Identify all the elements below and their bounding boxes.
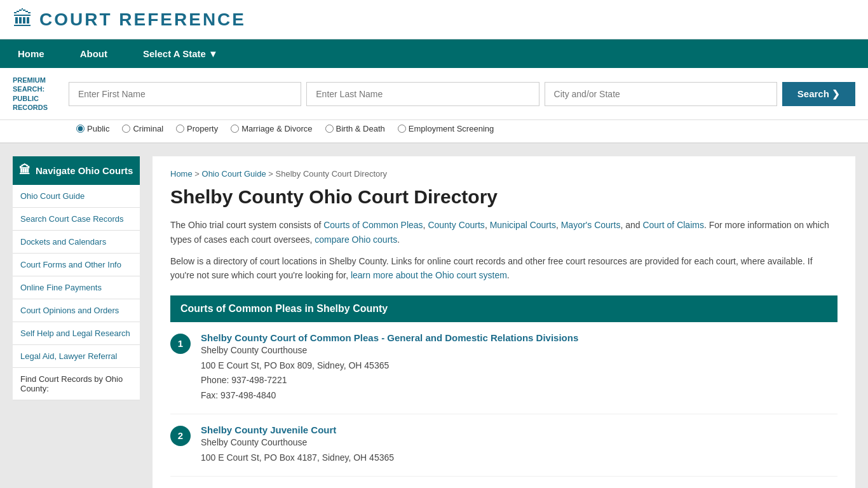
sidebar-item-ohio-court-guide[interactable]: Ohio Court Guide — [13, 185, 140, 208]
nav-select-state[interactable]: Select A State ▼ — [125, 39, 236, 68]
page-title: Shelby County Ohio Court Directory — [170, 186, 837, 208]
link-common-pleas[interactable]: Courts of Common Pleas — [323, 220, 423, 230]
sidebar-item-self-help[interactable]: Self Help and Legal Research — [13, 322, 140, 345]
court-phone-1: Phone: 937-498-7221 — [201, 373, 578, 388]
logo-text: COURT REFERENCE — [39, 10, 246, 30]
radio-birth[interactable]: Birth & Death — [325, 124, 385, 133]
sidebar-item-court-forms[interactable]: Court Forms and Other Info — [13, 254, 140, 276]
intro-para2: Below is a directory of court locations … — [170, 254, 837, 283]
radio-employment[interactable]: Employment Screening — [398, 124, 494, 133]
court-number-1: 1 — [170, 334, 191, 354]
court-entry-1: 1 Shelby County Court of Common Pleas - … — [170, 322, 837, 414]
radio-marriage[interactable]: Marriage & Divorce — [231, 124, 312, 133]
breadcrumb-guide[interactable]: Ohio Court Guide — [202, 169, 266, 179]
sidebar-item-search-court-case-records[interactable]: Search Court Case Records — [13, 208, 140, 231]
logo-icon: 🏛 — [13, 8, 33, 31]
court-info-1: Shelby County Court of Common Pleas - Ge… — [201, 332, 578, 403]
court-address-2: 100 E Court St, PO Box 4187, Sidney, OH … — [201, 451, 394, 466]
breadcrumb-current: Shelby County Court Directory — [276, 169, 388, 179]
sidebar-item-court-opinions[interactable]: Court Opinions and Orders — [13, 299, 140, 322]
search-bar: PREMIUM SEARCH: PUBLIC RECORDS Search ❯ — [0, 68, 868, 120]
nav-home[interactable]: Home — [0, 39, 62, 68]
sidebar-item-online-fine-payments[interactable]: Online Fine Payments — [13, 276, 140, 299]
breadcrumb: Home > Ohio Court Guide > Shelby County … — [170, 169, 837, 179]
court-entry-2: 2 Shelby County Juvenile Court Shelby Co… — [170, 414, 837, 477]
link-municipal-courts[interactable]: Municipal Courts — [490, 220, 556, 230]
intro-para1: The Ohio trial court system consists of … — [170, 218, 837, 247]
court-name-1[interactable]: Shelby County Court of Common Pleas - Ge… — [201, 332, 578, 343]
sidebar-item-legal-aid[interactable]: Legal Aid, Lawyer Referral — [13, 345, 140, 368]
nav-about[interactable]: About — [62, 39, 125, 68]
sidebar: 🏛 Navigate Ohio Courts Ohio Court Guide … — [13, 156, 140, 488]
court-fax-1: Fax: 937-498-4840 — [201, 388, 578, 403]
sidebar-header-label: Navigate Ohio Courts — [36, 165, 133, 176]
radio-criminal[interactable]: Criminal — [122, 124, 163, 133]
record-type-selector: Public Criminal Property Marriage & Divo… — [0, 120, 868, 144]
main-nav: Home About Select A State ▼ — [0, 39, 868, 68]
breadcrumb-home[interactable]: Home — [170, 169, 193, 179]
search-button[interactable]: Search ❯ — [782, 82, 855, 106]
link-learn-more[interactable]: learn more about the Ohio court system — [351, 270, 507, 280]
sidebar-find-records-label: Find Court Records by Ohio County: — [13, 368, 140, 400]
court-building-1: Shelby County Courthouse — [201, 343, 578, 358]
main-content: Home > Ohio Court Guide > Shelby County … — [153, 156, 855, 488]
last-name-input[interactable] — [306, 82, 539, 106]
court-address-1: 100 E Court St, PO Box 809, Sidney, OH 4… — [201, 358, 578, 374]
city-state-input[interactable] — [545, 82, 777, 106]
radio-property[interactable]: Property — [176, 124, 218, 133]
radio-public[interactable]: Public — [76, 124, 109, 133]
link-county-courts[interactable]: County Courts — [428, 220, 484, 230]
sidebar-item-dockets-calendars[interactable]: Dockets and Calendars — [13, 231, 140, 254]
court-number-2: 2 — [170, 426, 191, 446]
court-name-2[interactable]: Shelby County Juvenile Court — [201, 424, 336, 435]
first-name-input[interactable] — [69, 82, 301, 106]
site-header: 🏛 COURT REFERENCE — [0, 0, 868, 39]
courthouse-icon: 🏛 — [19, 164, 31, 177]
court-building-2: Shelby County Courthouse — [201, 435, 394, 451]
section-header-common-pleas: Courts of Common Pleas in Shelby County — [170, 295, 837, 322]
premium-label: PREMIUM SEARCH: PUBLIC RECORDS — [13, 76, 64, 112]
court-info-2: Shelby County Juvenile Court Shelby Coun… — [201, 424, 394, 466]
content-area: 🏛 Navigate Ohio Courts Ohio Court Guide … — [0, 144, 868, 488]
link-compare-courts[interactable]: compare Ohio courts — [315, 234, 397, 245]
sidebar-header: 🏛 Navigate Ohio Courts — [13, 156, 140, 185]
link-court-of-claims[interactable]: Court of Claims — [642, 220, 703, 230]
link-mayors-courts[interactable]: Mayor's Courts — [561, 220, 621, 230]
